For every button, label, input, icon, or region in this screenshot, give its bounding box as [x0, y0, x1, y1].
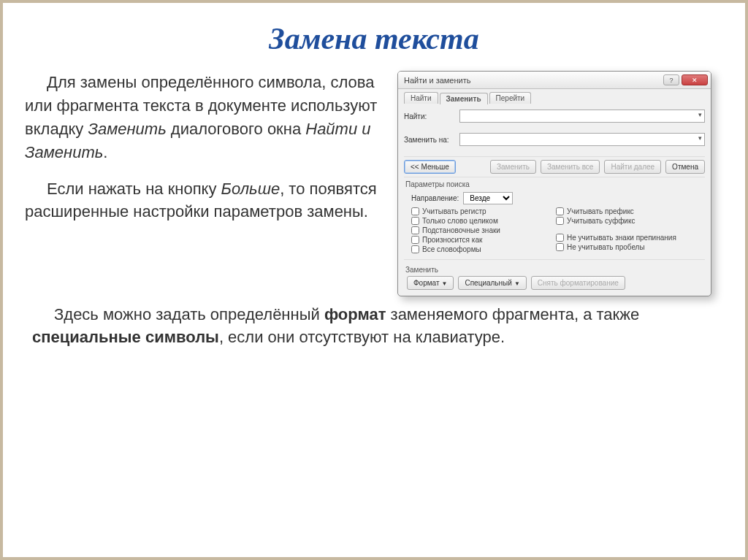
bottom-bold-2: специальные символы: [32, 328, 219, 346]
replace-all-button[interactable]: Заменить все: [541, 160, 600, 174]
find-label: Найти:: [404, 112, 455, 120]
paragraph-2: Если нажать на кнопку Больше, то появятс…: [25, 177, 390, 224]
check-match-case[interactable]: Учитывать регистр: [411, 207, 556, 215]
tab-replace[interactable]: Заменить: [440, 93, 488, 104]
bottom-bold-1: формат: [324, 305, 386, 323]
search-params-label: Параметры поиска: [405, 180, 705, 188]
check-word-forms[interactable]: Все словоформы: [411, 245, 556, 253]
dialog-titlebar: Найти и заменить ? ✕: [398, 72, 711, 89]
direction-select[interactable]: Везде: [463, 192, 513, 204]
special-button[interactable]: Специальный▼: [458, 276, 526, 290]
p1-text-b: диалогового окна: [167, 120, 306, 138]
find-input[interactable]: [459, 110, 705, 123]
close-button[interactable]: ✕: [682, 74, 708, 85]
check-ignore-space[interactable]: Не учитывать пробелы: [556, 243, 701, 251]
bottom-d: , если они отсутствуют на клавиатуре.: [219, 328, 505, 346]
p1-text-c: .: [103, 143, 107, 161]
help-button[interactable]: ?: [663, 74, 679, 85]
bottom-paragraph: Здесь можно задать определённый формат з…: [3, 296, 745, 349]
p2-text-a: Если нажать на кнопку: [47, 180, 221, 198]
format-button[interactable]: Формат▼: [407, 276, 454, 290]
check-ignore-punct[interactable]: Не учитывать знаки препинания: [556, 234, 701, 242]
direction-label: Направление:: [411, 194, 459, 202]
less-button[interactable]: << Меньше: [404, 160, 456, 174]
tab-find[interactable]: Найти: [404, 92, 438, 104]
replace-with-label: Заменить на:: [404, 136, 455, 144]
check-sounds-like[interactable]: Произносится как: [411, 236, 556, 244]
check-prefix[interactable]: Учитывать префикс: [556, 207, 701, 215]
dialog-title: Найти и заменить: [404, 76, 470, 85]
bottom-c: заменяемого фрагмента, а также: [386, 305, 639, 323]
bottom-a: Здесь можно задать определённый: [54, 305, 324, 323]
tab-goto[interactable]: Перейти: [489, 92, 532, 104]
find-replace-dialog: Найти и заменить ? ✕ Найти Заменить Пере…: [397, 71, 711, 296]
paragraph-1: Для замены определённого символа, слова …: [25, 71, 390, 164]
p1-italic-1: Заменить: [88, 120, 166, 138]
no-formatting-button[interactable]: Снять форматирование: [531, 276, 625, 290]
cancel-button[interactable]: Отмена: [665, 160, 705, 174]
slide-title: Замена текста: [3, 21, 745, 56]
tabstrip: Найти Заменить Перейти: [404, 92, 705, 104]
p2-italic-1: Больше: [221, 180, 280, 198]
find-next-button[interactable]: Найти далее: [604, 160, 661, 174]
check-whole-word[interactable]: Только слово целиком: [411, 217, 556, 225]
replace-with-input[interactable]: [459, 133, 705, 146]
replace-section-label: Заменить: [405, 266, 705, 274]
check-suffix[interactable]: Учитывать суффикс: [556, 217, 701, 225]
check-wildcards[interactable]: Подстановочные знаки: [411, 226, 556, 234]
replace-button[interactable]: Заменить: [490, 160, 536, 174]
left-text: Для замены определённого символа, слова …: [25, 71, 390, 296]
